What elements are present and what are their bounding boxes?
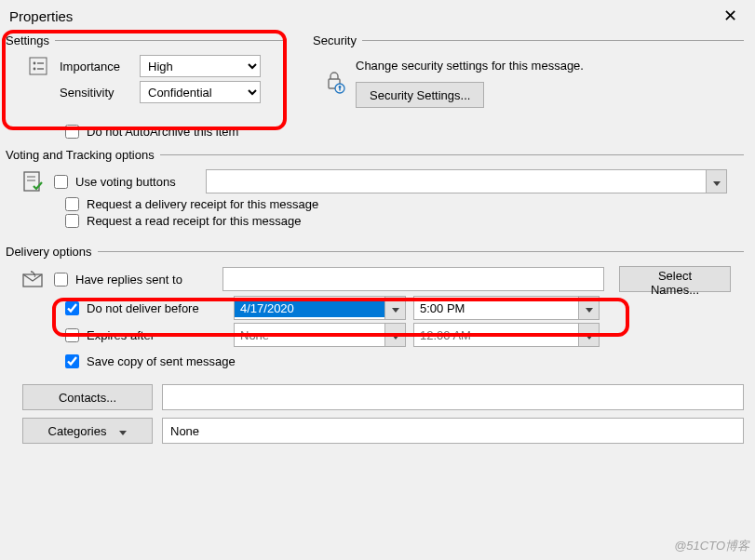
dialog-content: Settings Importance High Sensitivity Con… (0, 30, 755, 444)
chevron-down-icon[interactable] (384, 297, 405, 319)
chevron-down-icon (384, 324, 405, 346)
select-names-button[interactable]: Select Names... (619, 266, 731, 292)
categories-button[interactable]: Categories (22, 418, 153, 444)
svg-rect-8 (339, 87, 340, 91)
window-title: Properties (9, 8, 73, 24)
contacts-button[interactable]: Contacts... (22, 384, 153, 410)
sensitivity-label: Sensitivity (60, 86, 132, 100)
security-icon (320, 70, 348, 94)
security-settings-button[interactable]: Security Settings... (356, 82, 484, 108)
titlebar: Properties ✕ (0, 0, 755, 30)
voting-legend: Voting and Tracking options (6, 148, 160, 162)
autoarchive-checkbox[interactable] (65, 125, 79, 139)
replies-input[interactable] (222, 267, 604, 291)
svg-point-1 (34, 62, 36, 65)
chevron-down-icon (578, 324, 599, 346)
chevron-down-icon[interactable] (578, 297, 599, 319)
voting-combo[interactable] (206, 169, 727, 193)
nodeliver-time[interactable]: 5:00 PM (413, 296, 600, 320)
importance-select[interactable]: High (140, 55, 261, 77)
savecopy-checkbox[interactable] (65, 354, 79, 368)
voting-icon (19, 170, 47, 193)
read-receipt-checkbox[interactable] (65, 214, 79, 228)
settings-legend: Settings (6, 33, 55, 47)
delivery-group: Delivery options Have replies sent to Se… (6, 245, 744, 379)
nodeliver-date[interactable]: 4/17/2020 (234, 296, 406, 320)
categories-field[interactable]: None (162, 418, 744, 444)
voting-group: Voting and Tracking options Use voting b… (6, 148, 744, 245)
use-voting-checkbox[interactable] (54, 175, 68, 189)
security-legend: Security (313, 33, 362, 47)
sensitivity-select[interactable]: Confidential (140, 81, 261, 103)
expires-date: None (234, 323, 406, 347)
settings-group: Settings Importance High Sensitivity Con… (6, 33, 285, 114)
replies-label: Have replies sent to (75, 273, 215, 287)
nodeliver-label: Do not deliver before (87, 301, 226, 315)
delivery-icon (19, 269, 47, 289)
delivery-receipt-label: Request a delivery receipt for this mess… (87, 197, 318, 211)
use-voting-label: Use voting buttons (75, 175, 198, 189)
security-group: Security Change security settings for th… (313, 33, 744, 119)
security-text: Change security settings for this messag… (356, 59, 744, 73)
expires-checkbox[interactable] (65, 328, 79, 342)
close-icon[interactable]: ✕ (714, 6, 746, 26)
savecopy-label: Save copy of sent message (87, 354, 236, 368)
settings-icon (24, 56, 52, 76)
watermark: @51CTO博客 (674, 538, 749, 554)
svg-rect-0 (30, 58, 47, 74)
replies-checkbox[interactable] (54, 273, 68, 287)
nodeliver-checkbox[interactable] (65, 301, 79, 315)
chevron-down-icon (119, 424, 127, 438)
expires-label: Expires after (87, 328, 226, 342)
read-receipt-label: Request a read receipt for this message (87, 214, 302, 228)
chevron-down-icon[interactable] (706, 170, 726, 193)
expires-time: 12:00 AM (413, 323, 600, 347)
autoarchive-label: Do not AutoArchive this item (87, 125, 238, 139)
contacts-field[interactable] (162, 384, 744, 410)
importance-label: Importance (60, 60, 132, 73)
svg-point-3 (34, 68, 36, 71)
delivery-legend: Delivery options (6, 245, 98, 259)
delivery-receipt-checkbox[interactable] (65, 197, 79, 211)
